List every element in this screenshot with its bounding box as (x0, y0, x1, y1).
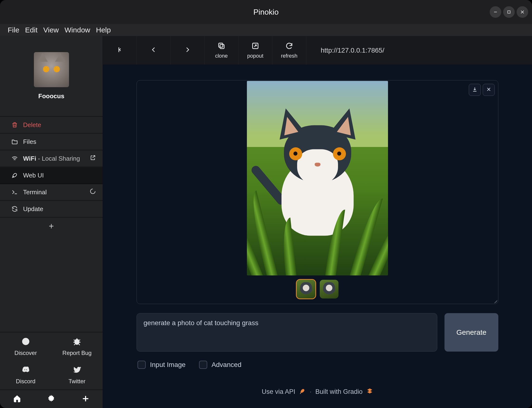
topbar-label: clone (215, 53, 228, 59)
gradio-footer: Use via API · Built with Gradio (137, 378, 498, 396)
url-display[interactable]: http://127.0.0.1:7865/ (306, 36, 532, 65)
settings-button[interactable] (34, 390, 68, 408)
generate-button[interactable]: Generate (444, 313, 498, 352)
sidebar-item-label: Update (23, 205, 43, 213)
collapse-icon (116, 46, 123, 55)
sidebar-item-label: Terminal (23, 188, 47, 196)
sidebar-item-terminal[interactable]: Terminal (0, 184, 103, 201)
separator-dot: · (310, 388, 311, 396)
content-topbar: clone popout refresh http://127.0.0.1:78… (103, 36, 532, 65)
home-button[interactable] (0, 390, 34, 408)
window-minimize-button[interactable] (490, 6, 501, 18)
svg-rect-1 (508, 11, 510, 13)
download-image-button[interactable] (469, 84, 481, 96)
thumbnail-2[interactable] (320, 280, 338, 298)
sidebar-item-files[interactable]: Files (0, 134, 103, 151)
trash-icon (11, 121, 18, 128)
prompt-input[interactable] (137, 313, 437, 352)
popout-button[interactable]: popout (239, 36, 272, 65)
close-image-button[interactable] (483, 84, 495, 96)
rocket-icon (11, 172, 18, 179)
sidebar-item-delete[interactable]: Delete (0, 117, 103, 134)
sidebar-item-webui[interactable]: Web UI (0, 167, 103, 184)
spinner-icon (90, 188, 96, 196)
copy-icon (217, 42, 225, 51)
terminal-icon (11, 188, 18, 196)
chevron-right-icon (184, 46, 191, 55)
menu-help[interactable]: Help (96, 26, 111, 34)
refresh-icon (285, 42, 293, 51)
checkbox-icon (138, 361, 146, 369)
plus-icon: + (49, 221, 54, 231)
grid-label: Discord (16, 378, 35, 385)
nav-forward-button[interactable] (171, 36, 204, 65)
app-header: Fooocus (0, 36, 103, 117)
menu-edit[interactable]: Edit (25, 26, 37, 34)
sidebar-grid: Discover Report Bug Discord (0, 332, 103, 389)
window-controls (490, 6, 528, 18)
sidebar-item-label: Files (23, 138, 36, 145)
menu-view[interactable]: View (43, 26, 59, 34)
collapse-sidebar-button[interactable] (103, 36, 137, 65)
refresh-icon (11, 205, 18, 212)
menu-bar: File Edit View Window Help (0, 24, 532, 36)
wifi-icon (11, 155, 18, 162)
popout-icon (251, 42, 259, 51)
titlebar: Pinokio (0, 0, 532, 24)
checkbox-icon (199, 361, 207, 369)
sidebar-item-label: Web UI (23, 172, 44, 179)
built-with-gradio-link[interactable]: Built with Gradio (315, 388, 363, 396)
download-icon (472, 86, 478, 93)
discover-button[interactable]: Discover (0, 333, 52, 361)
image-thumbnails (297, 280, 338, 298)
sidebar: Fooocus Delete Files (0, 36, 103, 408)
grid-label: Discover (14, 350, 37, 356)
gradio-icon (366, 388, 373, 396)
sidebar-list: Delete Files WiFi - Local Sharing (0, 117, 103, 235)
gradio-viewer: Generate Input Image Advanced Use via AP… (103, 65, 532, 408)
nav-back-button[interactable] (137, 36, 171, 65)
image-output-panel (137, 80, 498, 304)
sidebar-item-label: Delete (23, 121, 41, 129)
app-name: Fooocus (38, 93, 64, 100)
sidebar-item-update[interactable]: Update (0, 201, 103, 218)
sidebar-item-wifi[interactable]: WiFi - Local Sharing (0, 151, 103, 167)
sidebar-add-button[interactable]: + (0, 218, 103, 235)
content-area: clone popout refresh http://127.0.0.1:78… (103, 36, 532, 408)
checkbox-label: Advanced (212, 361, 242, 369)
clone-button[interactable]: clone (204, 36, 239, 65)
window-maximize-button[interactable] (503, 6, 515, 18)
twitter-icon (73, 366, 81, 376)
grid-label: Twitter (69, 378, 86, 385)
thumbnail-1[interactable] (297, 280, 315, 298)
menu-file[interactable]: File (8, 26, 19, 34)
folder-icon (11, 138, 18, 145)
bug-icon (73, 337, 81, 347)
generated-image[interactable] (247, 81, 388, 275)
add-button[interactable] (69, 390, 103, 408)
sidebar-item-label: WiFi (23, 155, 36, 162)
svg-rect-8 (219, 43, 223, 47)
globe-icon (21, 337, 30, 347)
use-via-api-link[interactable]: Use via API (262, 388, 295, 396)
window-title: Pinokio (253, 8, 279, 17)
refresh-button[interactable]: refresh (272, 36, 306, 65)
sidebar-bottom-bar (0, 389, 103, 408)
report-bug-button[interactable]: Report Bug (52, 333, 103, 361)
discord-button[interactable]: Discord (0, 361, 52, 389)
resize-handle[interactable] (492, 298, 497, 302)
menu-window[interactable]: Window (65, 26, 90, 34)
plus-icon (81, 395, 90, 404)
window-close-button[interactable] (517, 6, 528, 18)
home-icon (13, 395, 21, 404)
input-image-checkbox[interactable]: Input Image (138, 361, 186, 369)
advanced-checkbox[interactable]: Advanced (199, 361, 242, 369)
discord-icon (21, 366, 30, 376)
close-icon (486, 86, 492, 93)
app-avatar (34, 52, 69, 87)
topbar-label: refresh (281, 53, 297, 59)
checkbox-label: Input Image (150, 361, 186, 369)
twitter-button[interactable]: Twitter (52, 361, 103, 389)
external-link-icon (90, 155, 96, 162)
svg-rect-7 (220, 44, 224, 49)
